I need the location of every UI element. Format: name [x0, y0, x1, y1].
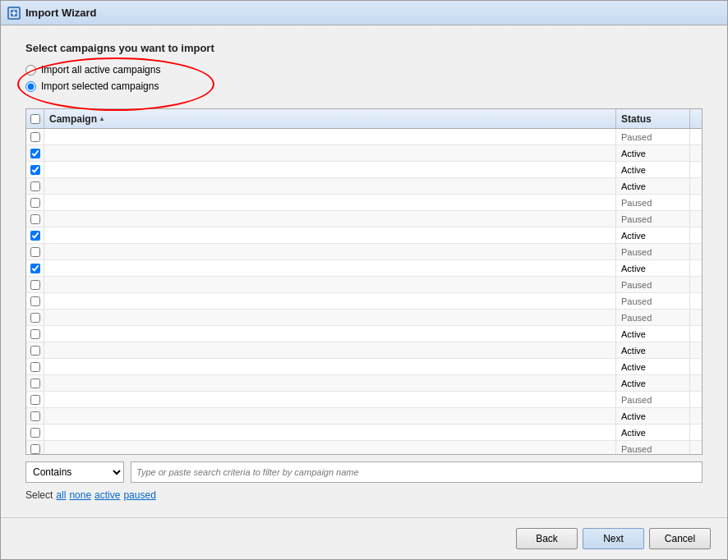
row-scroll-spacer	[690, 129, 702, 145]
row-status: Active	[616, 260, 690, 276]
window-title: Import Wizard	[25, 7, 97, 19]
row-checkbox-cell	[26, 342, 44, 358]
table-row: Paused	[26, 129, 702, 145]
row-status: Paused	[616, 129, 690, 145]
row-checkbox-cell	[26, 227, 44, 243]
row-checkbox[interactable]	[30, 280, 40, 290]
row-status: Active	[616, 375, 690, 391]
row-campaign-name	[44, 293, 616, 309]
row-checkbox-cell	[26, 195, 44, 210]
table-row: Paused	[26, 293, 702, 310]
next-button[interactable]: Next	[583, 528, 644, 549]
radio-label-selected: Import selected campaigns	[41, 80, 159, 92]
row-checkbox[interactable]	[30, 231, 40, 241]
row-scroll-spacer	[690, 145, 702, 161]
cancel-button[interactable]: Cancel	[649, 528, 711, 549]
row-scroll-spacer	[690, 244, 702, 259]
table-row: Paused	[26, 310, 702, 326]
row-checkbox[interactable]	[30, 411, 40, 421]
row-checkbox[interactable]	[30, 379, 40, 388]
row-status: Active	[616, 145, 690, 161]
row-campaign-name	[44, 408, 616, 424]
row-checkbox-cell	[26, 211, 44, 227]
row-checkbox[interactable]	[30, 247, 40, 257]
table-row: Active	[26, 227, 702, 244]
row-checkbox[interactable]	[30, 428, 40, 438]
filter-dropdown[interactable]: Contains Starts with Ends with Equals	[25, 461, 124, 483]
row-campaign-name	[44, 195, 616, 210]
select-label: Select	[25, 489, 53, 501]
row-campaign-name	[44, 326, 616, 342]
row-scroll-spacer	[690, 375, 702, 391]
filter-row: Contains Starts with Ends with Equals	[25, 461, 703, 483]
back-button[interactable]: Back	[516, 528, 578, 549]
row-campaign-name	[44, 392, 616, 407]
row-campaign-name	[44, 211, 616, 227]
row-checkbox[interactable]	[30, 329, 40, 339]
row-checkbox[interactable]	[30, 362, 40, 372]
row-checkbox-cell	[26, 425, 44, 440]
table-row: Paused	[26, 244, 702, 260]
row-checkbox[interactable]	[30, 346, 40, 356]
row-scroll-spacer	[690, 293, 702, 309]
row-scroll-spacer	[690, 211, 702, 227]
row-status: Paused	[616, 310, 690, 325]
table-row: Active	[26, 260, 702, 277]
table-row: Paused	[26, 195, 702, 211]
table-row: Active	[26, 178, 702, 195]
select-active-link[interactable]: active	[94, 489, 120, 501]
row-status: Paused	[616, 441, 690, 454]
row-checkbox[interactable]	[30, 214, 40, 224]
row-checkbox[interactable]	[30, 149, 40, 158]
radio-import-all[interactable]: Import all active campaigns	[25, 64, 703, 76]
radio-input-selected[interactable]	[25, 81, 36, 92]
radio-import-selected[interactable]: Import selected campaigns	[25, 80, 703, 92]
row-checkbox-cell	[26, 359, 44, 374]
select-all-link[interactable]: all	[56, 489, 66, 501]
row-checkbox[interactable]	[30, 198, 40, 208]
row-checkbox-cell	[26, 293, 44, 309]
row-campaign-name	[44, 145, 616, 161]
table-row: Active	[26, 342, 702, 359]
row-status: Paused	[616, 244, 690, 259]
row-campaign-name	[44, 342, 616, 358]
row-status: Active	[616, 227, 690, 243]
row-checkbox-cell	[26, 129, 44, 145]
row-checkbox[interactable]	[30, 313, 40, 323]
row-checkbox[interactable]	[30, 264, 40, 273]
row-checkbox-cell	[26, 260, 44, 276]
row-checkbox[interactable]	[30, 165, 40, 175]
row-scroll-spacer	[690, 441, 702, 454]
table-body[interactable]: PausedActiveActiveActivePausedPausedActi…	[26, 129, 702, 454]
select-links-row: Select all none active paused	[25, 489, 703, 501]
row-checkbox[interactable]	[30, 296, 40, 306]
table-row: Paused	[26, 441, 702, 454]
table-row: Active	[26, 359, 702, 375]
row-checkbox[interactable]	[30, 181, 40, 191]
table-header: Campaign ▲ Status	[26, 109, 702, 129]
row-campaign-name	[44, 244, 616, 259]
filter-input[interactable]	[131, 461, 703, 483]
row-scroll-spacer	[690, 425, 702, 440]
row-status: Paused	[616, 211, 690, 227]
row-checkbox[interactable]	[30, 132, 40, 142]
radio-input-all[interactable]	[25, 65, 36, 76]
row-checkbox-cell	[26, 326, 44, 342]
header-checkbox[interactable]	[30, 114, 40, 124]
row-campaign-name	[44, 178, 616, 194]
select-none-link[interactable]: none	[69, 489, 91, 501]
table-row: Active	[26, 145, 702, 162]
row-checkbox-cell	[26, 408, 44, 424]
row-scroll-spacer	[690, 408, 702, 424]
table-row: Active	[26, 375, 702, 392]
row-scroll-spacer	[690, 326, 702, 342]
row-checkbox-cell	[26, 392, 44, 407]
row-status: Active	[616, 408, 690, 424]
select-paused-link[interactable]: paused	[123, 489, 155, 501]
row-scroll-spacer	[690, 277, 702, 292]
row-checkbox[interactable]	[30, 395, 40, 405]
table-row: Paused	[26, 392, 702, 408]
row-checkbox[interactable]	[30, 444, 40, 454]
row-scroll-spacer	[690, 178, 702, 194]
row-scroll-spacer	[690, 359, 702, 374]
